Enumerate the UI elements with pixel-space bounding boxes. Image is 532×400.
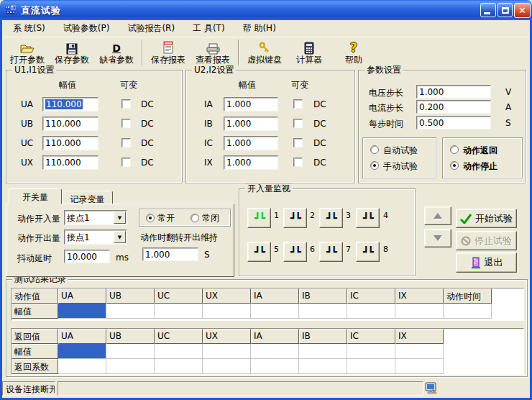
table-cell[interactable]	[203, 304, 251, 319]
uc-label: UC	[21, 138, 33, 148]
table-cell[interactable]	[155, 304, 203, 319]
normally-closed-radio[interactable]	[191, 214, 199, 222]
ua-dc-checkbox[interactable]	[121, 99, 131, 109]
table-cell[interactable]	[251, 344, 299, 359]
toolbar-separator	[142, 40, 143, 65]
table-cell[interactable]	[251, 304, 299, 319]
ux-dc-checkbox[interactable]	[121, 158, 131, 167]
menu-system[interactable]: 系 统(S)	[6, 20, 52, 37]
contact-8-button[interactable]: ┛┗	[356, 242, 380, 262]
table-cell[interactable]	[299, 359, 347, 374]
contact-1-number: 1	[274, 211, 279, 220]
column-header-ib: IB	[299, 288, 347, 304]
step-time-input[interactable]: 0.500	[416, 116, 491, 129]
uc-dc-label: DC	[141, 138, 154, 148]
uc-dc-checkbox[interactable]	[121, 138, 131, 147]
action-stop-radio[interactable]	[450, 161, 459, 170]
uc-amplitude-input[interactable]: 110.000	[42, 136, 98, 150]
ub-dc-checkbox[interactable]	[121, 119, 131, 128]
debounce-delay-input[interactable]: 10.000	[64, 250, 110, 263]
table-cell[interactable]	[106, 359, 155, 374]
selected-cell[interactable]	[58, 304, 106, 319]
contact-6-button[interactable]: ┛┗	[283, 242, 307, 262]
action-return-radio[interactable]	[450, 145, 459, 154]
variable-header: 可变	[111, 79, 147, 91]
ic-amplitude-input[interactable]: 1.000	[224, 136, 278, 150]
menu-tools[interactable]: 工 具(T)	[186, 20, 231, 37]
action-output-select[interactable]: 接点1 ▼	[64, 229, 127, 245]
chevron-down-icon[interactable]: ▼	[114, 212, 126, 224]
ux-amplitude-input[interactable]: 110.000	[42, 155, 98, 170]
current-step-input[interactable]: 0.200	[416, 100, 491, 114]
menu-test-params[interactable]: 试验参数(P)	[57, 20, 116, 37]
help-button[interactable]: ? 帮助	[331, 38, 376, 67]
contact-5-button[interactable]: ┛┗	[247, 242, 271, 262]
table-cell[interactable]	[347, 359, 395, 374]
menu-help[interactable]: 帮 助(H)	[237, 20, 283, 37]
table-cell[interactable]	[251, 359, 299, 374]
ib-dc-checkbox[interactable]	[293, 119, 303, 128]
voltage-step-input[interactable]: 1.000	[416, 85, 491, 99]
contact-1-button[interactable]: ┛┗	[247, 208, 271, 228]
params-group-title: 参数设置	[364, 65, 403, 76]
hold-time-input[interactable]: 1.000	[142, 247, 198, 261]
chevron-down-icon[interactable]: ▼	[114, 231, 126, 243]
maximize-button[interactable]	[497, 3, 513, 17]
normally-open-radio[interactable]	[146, 214, 155, 222]
exit-button[interactable]: 退出	[456, 253, 517, 273]
table-cell[interactable]	[299, 344, 347, 359]
ic-dc-checkbox[interactable]	[293, 138, 303, 147]
table-cell[interactable]	[58, 359, 106, 374]
table-cell[interactable]	[395, 344, 444, 359]
save-report-button[interactable]: 保存报表	[146, 38, 191, 67]
calculator-button[interactable]: 计算器	[287, 38, 331, 67]
view-report-button[interactable]: 查看报表	[191, 38, 235, 67]
table-cell[interactable]	[106, 344, 155, 359]
table-cell[interactable]	[203, 344, 251, 359]
auto-test-radio[interactable]	[370, 145, 379, 154]
table-cell[interactable]	[444, 304, 492, 319]
ic-dc-label: DC	[313, 138, 326, 148]
action-input-select[interactable]: 接点1 ▼	[64, 210, 127, 225]
table-cell[interactable]	[155, 359, 203, 374]
table-cell[interactable]	[347, 304, 395, 319]
default-params-button[interactable]: D 缺省参数	[94, 38, 139, 67]
ia-dc-checkbox[interactable]	[293, 99, 303, 109]
start-test-button[interactable]: 开始试验	[456, 209, 517, 228]
step-down-button[interactable]	[424, 229, 451, 247]
ix-dc-checkbox[interactable]	[293, 158, 303, 167]
ix-amplitude-input[interactable]: 1.000	[224, 155, 278, 170]
table-cell[interactable]	[299, 304, 347, 319]
contact-2-button[interactable]: ┛┗	[283, 208, 307, 228]
table-cell[interactable]	[347, 344, 395, 359]
menu-test-report[interactable]: 试验报告(R)	[121, 20, 181, 37]
step-up-button[interactable]	[424, 206, 451, 225]
ia-amplitude-input[interactable]: 1.000	[224, 97, 278, 112]
contact-symbol-icon: ┛┗	[254, 246, 264, 258]
table-cell[interactable]	[106, 304, 155, 319]
voltage-step-label: 电压步长	[369, 87, 403, 99]
return-value-table: 返回值 UA UB UC UX IA IB IC IX 幅值 返回系数	[11, 328, 524, 375]
open-params-button[interactable]: 打开参数	[5, 38, 50, 67]
contact-3-button[interactable]: ┛┗	[319, 208, 343, 228]
table-cell[interactable]	[155, 344, 203, 359]
virtual-keyboard-button[interactable]: 虚拟键盘	[242, 38, 287, 67]
table-cell[interactable]	[395, 359, 444, 374]
selected-cell[interactable]	[58, 344, 106, 359]
tab-record-variable[interactable]: 记录变量	[62, 191, 113, 204]
tab-switch-quantity[interactable]: 开关量	[9, 188, 62, 204]
ib-label: IB	[204, 119, 213, 129]
normally-open-label: 常开	[157, 212, 175, 224]
table-cell[interactable]	[395, 304, 444, 319]
ua-amplitude-input[interactable]: 110.000	[42, 97, 98, 112]
table-cell[interactable]	[203, 359, 251, 374]
manual-test-radio[interactable]	[370, 161, 379, 170]
debounce-delay-label: 抖动延时	[17, 253, 52, 265]
minimize-button[interactable]	[480, 3, 496, 17]
contact-7-button[interactable]: ┛┗	[319, 242, 343, 262]
ib-amplitude-input[interactable]: 1.000	[224, 117, 278, 131]
save-params-button[interactable]: 保存参数	[50, 38, 94, 67]
contact-4-button[interactable]: ┛┗	[356, 208, 380, 228]
close-button[interactable]: ✕	[514, 3, 531, 18]
ub-amplitude-input[interactable]: 110.000	[42, 117, 98, 131]
